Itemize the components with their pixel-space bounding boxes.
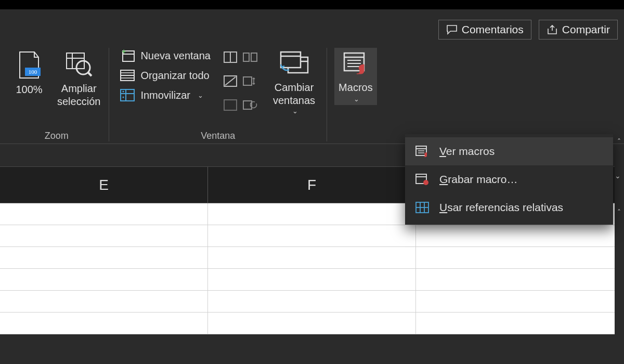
- column-header[interactable]: F: [208, 167, 416, 203]
- cell[interactable]: [208, 225, 416, 246]
- reset-position-button[interactable]: [242, 97, 258, 113]
- svg-point-17: [123, 91, 124, 93]
- zoom-selection-icon: [64, 50, 94, 79]
- sheet-row: [0, 247, 624, 269]
- arrange-all-icon: [120, 69, 135, 82]
- menu-item-label: Usar referencias relativas: [439, 201, 563, 214]
- group-window: + Nueva ventana Organizar todo: [109, 48, 327, 141]
- sheet-row: [0, 291, 624, 313]
- hide-icon: [223, 75, 238, 87]
- ribbon-groups: 100 100% Amplia: [4, 48, 620, 141]
- macros-button[interactable]: Macros ⌄: [334, 48, 377, 105]
- cell[interactable]: [0, 225, 208, 246]
- group-macros: Macros ⌄: [327, 48, 384, 141]
- upper-right-actions: Comentarios Compartir: [438, 20, 618, 40]
- group-zoom-label: Zoom: [45, 131, 69, 141]
- sheet-row: [0, 269, 624, 291]
- share-label: Compartir: [562, 23, 610, 36]
- menu-item-label: Grabar macro…: [439, 173, 518, 186]
- reset-position-icon: [242, 99, 258, 111]
- relative-refs-icon: [414, 201, 430, 214]
- svg-line-6: [88, 72, 92, 76]
- view-macros-icon: [414, 145, 430, 158]
- cell[interactable]: [416, 247, 624, 268]
- svg-text:+: +: [122, 49, 126, 56]
- macros-icon: [340, 50, 371, 78]
- sheet-row: [0, 225, 624, 247]
- svg-line-22: [225, 77, 236, 85]
- sync-scroll-icon: [242, 75, 258, 87]
- chevron-down-icon: ⌄: [354, 95, 359, 103]
- cell[interactable]: [208, 247, 416, 268]
- hide-button[interactable]: [222, 73, 239, 89]
- menu-item-label: Ver macros: [439, 145, 495, 158]
- cell[interactable]: [208, 313, 416, 334]
- chevron-down-icon: ⌄: [198, 92, 203, 99]
- freeze-icon: [120, 88, 135, 102]
- cell[interactable]: [208, 291, 416, 312]
- switch-windows-button[interactable]: Cambiar ventanas ⌄: [269, 48, 319, 117]
- group-zoom: 100 100% Amplia: [4, 48, 109, 141]
- record-macro-icon: [414, 173, 430, 186]
- svg-text:100: 100: [29, 69, 37, 75]
- cell[interactable]: [0, 247, 208, 268]
- sync-scroll-button[interactable]: [242, 73, 258, 89]
- switch-windows-label: Cambiar ventanas: [273, 81, 315, 107]
- comments-button[interactable]: Comentarios: [438, 20, 531, 40]
- svg-rect-25: [251, 53, 257, 61]
- freeze-panes-button[interactable]: Inmovilizar ⌄: [116, 87, 214, 103]
- macros-label: Macros: [339, 81, 373, 94]
- vertical-scrollbar-track[interactable]: [615, 160, 624, 364]
- svg-rect-26: [243, 77, 252, 85]
- unhide-icon: [223, 99, 238, 111]
- cell[interactable]: [208, 269, 416, 290]
- formula-bar-expand-icon[interactable]: ⌄: [615, 172, 621, 180]
- svg-rect-30: [281, 52, 301, 68]
- share-icon: [547, 24, 558, 35]
- svg-rect-23: [224, 100, 237, 110]
- cell[interactable]: [0, 313, 208, 334]
- menu-item-view-macros[interactable]: Ver macros: [405, 137, 613, 165]
- split-button[interactable]: [222, 49, 239, 66]
- freeze-label: Inmovilizar: [140, 89, 190, 101]
- cell[interactable]: [416, 225, 624, 246]
- cell[interactable]: [416, 269, 624, 290]
- new-window-button[interactable]: + Nueva ventana: [116, 48, 214, 63]
- ribbon: Comentarios Compartir 100: [0, 9, 624, 144]
- column-header[interactable]: E: [0, 167, 208, 203]
- svg-point-43: [423, 180, 428, 185]
- cell[interactable]: [0, 291, 208, 312]
- macros-dropdown-menu: Ver macros Grabar macro… Usar referencia…: [405, 134, 613, 225]
- scroll-up-icon[interactable]: ˄: [617, 208, 621, 216]
- view-side-by-side-button[interactable]: [242, 49, 258, 66]
- cell[interactable]: [208, 203, 416, 225]
- side-by-side-icon: [242, 51, 258, 63]
- cell[interactable]: [416, 313, 624, 334]
- page-100-icon: 100: [16, 50, 43, 80]
- menu-item-use-relative-refs[interactable]: Usar referencias relativas: [405, 193, 613, 222]
- collapse-ribbon-chevron-icon[interactable]: ˄: [617, 137, 621, 146]
- arrange-all-label: Organizar todo: [140, 70, 209, 82]
- switch-windows-icon: [278, 50, 311, 78]
- zoom-selection-button[interactable]: Ampliar selección: [53, 48, 105, 110]
- chevron-down-icon: ⌄: [292, 107, 298, 115]
- share-button[interactable]: Compartir: [539, 20, 618, 40]
- zoom-selection-label: Ampliar selección: [57, 82, 100, 108]
- group-macros-label: [354, 131, 357, 141]
- unhide-button[interactable]: [222, 97, 239, 113]
- cell[interactable]: [0, 203, 208, 225]
- new-window-icon: +: [120, 49, 135, 62]
- cell[interactable]: [416, 291, 624, 312]
- group-window-label: Ventana: [201, 131, 235, 141]
- comments-label: Comentarios: [462, 23, 524, 36]
- menu-item-record-macro[interactable]: Grabar macro…: [405, 165, 613, 193]
- arrange-all-button[interactable]: Organizar todo: [116, 68, 214, 83]
- new-window-label: Nueva ventana: [140, 50, 211, 62]
- svg-rect-24: [243, 53, 249, 61]
- zoom-100-button[interactable]: 100 100%: [8, 48, 50, 98]
- sheet-row: [0, 313, 624, 334]
- split-icon: [223, 51, 238, 63]
- comment-icon: [446, 24, 458, 35]
- cell[interactable]: [0, 269, 208, 290]
- zoom-100-label: 100%: [16, 83, 42, 96]
